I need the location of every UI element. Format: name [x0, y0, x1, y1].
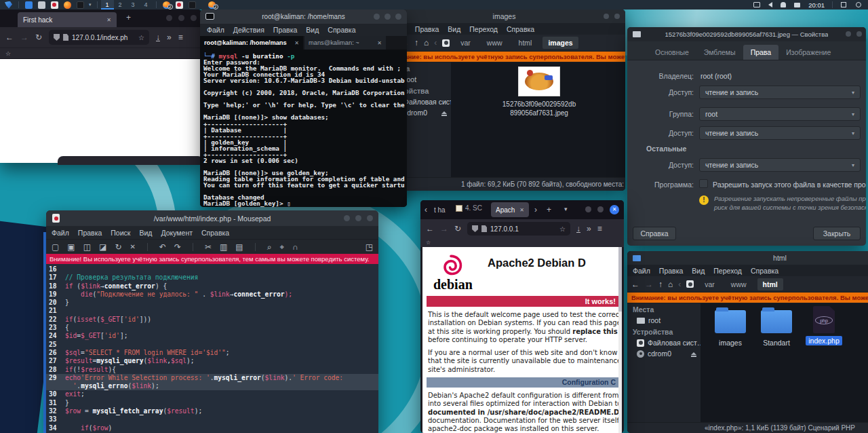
copy-icon[interactable]: ▥	[220, 242, 227, 252]
network-icon[interactable]	[794, 3, 800, 7]
minimize-button[interactable]	[585, 206, 591, 212]
download-icon[interactable]: ↓	[156, 34, 160, 41]
maximize-button[interactable]	[355, 215, 361, 221]
menu-item[interactable]: Поиск	[111, 229, 130, 237]
ff2-tab-partial[interactable]: t ha	[434, 206, 452, 214]
menu-item[interactable]: Переход	[713, 267, 742, 275]
menu-item[interactable]: Документ	[161, 229, 193, 237]
filesystem-icon[interactable]	[442, 39, 450, 47]
package-icon[interactable]	[841, 2, 846, 7]
workspace-4[interactable]: 4	[140, 0, 153, 10]
eject-icon[interactable]	[691, 352, 696, 355]
tab-list-icon[interactable]: ▾	[564, 206, 568, 212]
back-icon[interactable]: ←	[426, 224, 434, 233]
workspace-2[interactable]: 2	[114, 0, 127, 10]
close-button[interactable]	[191, 15, 197, 21]
up-icon[interactable]: ↑	[414, 38, 418, 48]
maximize-button[interactable]	[384, 14, 391, 20]
tab-emblems[interactable]: Эмблемы	[696, 45, 743, 60]
forward-icon[interactable]: →	[20, 33, 28, 42]
menu-item[interactable]: Действия	[233, 26, 264, 34]
fm1-title-bar[interactable]: images	[383, 10, 625, 23]
menu-item[interactable]: Правка	[78, 229, 102, 237]
up-icon[interactable]: ↑	[658, 280, 663, 289]
crumb-collapse-icon[interactable]: ‹	[434, 38, 437, 48]
tab-scroll-left-icon[interactable]: ‹	[425, 205, 427, 214]
close-button[interactable]	[367, 215, 373, 221]
close-button[interactable]	[614, 14, 620, 19]
clock[interactable]: 20:01	[808, 1, 825, 9]
image-file-name[interactable]: 15276b3f09e0029592db899056af7631.jpeg	[502, 100, 576, 117]
ff2-tab-active[interactable]: Apach ✕	[491, 202, 529, 217]
close-icon[interactable]: ✕	[519, 207, 524, 213]
menu-item[interactable]: Вид	[306, 26, 319, 34]
terminal-tab-inactive[interactable]: mans@kaliman: ~ ✕	[304, 36, 386, 50]
launcher-mousepad-icon[interactable]	[51, 1, 58, 9]
menu-item[interactable]: Файл	[207, 26, 224, 34]
ff1-page-content[interactable]	[0, 59, 202, 163]
breadcrumb-www[interactable]: www	[481, 37, 508, 49]
forward-icon[interactable]: →	[440, 224, 448, 233]
eject-icon[interactable]	[441, 111, 447, 114]
sidebar-item-root[interactable]: root	[627, 315, 701, 326]
fm2-file-view[interactable]: images Standart php index.php	[701, 303, 868, 422]
close-icon[interactable]: ✕	[106, 17, 111, 23]
undo-icon[interactable]: ↶	[159, 242, 166, 252]
close-button[interactable]: ✕	[610, 205, 619, 214]
breadcrumb-html[interactable]: html	[513, 37, 538, 49]
menu-item[interactable]: Вид	[448, 25, 460, 33]
shield-icon[interactable]	[54, 34, 60, 41]
save-as-icon[interactable]: ◪	[99, 242, 106, 252]
folder-item-standart[interactable]: Standart	[756, 310, 797, 347]
image-file-item[interactable]: 15276b3f09e0029592db899056af7631.jpeg	[498, 67, 580, 117]
others-access-dropdown[interactable]: чтение и запись▾	[699, 158, 861, 172]
menu-item[interactable]: Вид	[692, 267, 705, 275]
menu-item[interactable]: Справка	[507, 25, 534, 33]
mp-editor[interactable]: 16 17// Проверка результата подключения1…	[46, 264, 378, 433]
home-icon[interactable]: ⌂	[424, 38, 429, 48]
page-scrollbar-thumb[interactable]	[618, 247, 622, 312]
tab-basic[interactable]: Основные	[648, 45, 696, 60]
file-label-selected[interactable]: index.php	[806, 336, 842, 345]
taskbar-firefox-icon[interactable]: 2	[163, 1, 170, 9]
app-menu-icon[interactable]: ≡	[178, 33, 183, 42]
bookmark-icon[interactable]: ☆	[426, 240, 431, 246]
redo-icon[interactable]: ↷	[174, 242, 181, 252]
breadcrumb-www[interactable]: www	[726, 278, 752, 290]
ff2-url-bar[interactable]: 127.0.0.1 ☆	[467, 222, 570, 236]
menu-item[interactable]: Вид	[139, 229, 152, 237]
launcher-terminal-icon[interactable]	[77, 1, 84, 9]
folder-label[interactable]: images	[710, 339, 751, 347]
app-menu-icon[interactable]: ≡	[597, 224, 602, 233]
menu-item[interactable]: Правка	[415, 25, 439, 33]
launcher-files-icon[interactable]	[38, 1, 45, 9]
breadcrumb-images[interactable]: images	[542, 37, 578, 49]
group-dropdown[interactable]: root▾	[699, 107, 861, 121]
back-icon[interactable]: ←	[5, 33, 14, 42]
open-file-icon[interactable]: ▣	[67, 242, 75, 252]
breadcrumb-var[interactable]: var	[699, 278, 720, 290]
maximize-button[interactable]	[846, 31, 851, 37]
program-checkbox-label[interactable]: Разрешить запуск этого файла в качестве …	[713, 181, 866, 189]
ff1-url-bar[interactable]: 127.0.0.1/index.ph ☆	[49, 30, 149, 45]
maximize-button[interactable]	[178, 15, 184, 21]
breadcrumb-var[interactable]: var	[455, 37, 476, 49]
workspace-1[interactable]: 1	[101, 0, 114, 10]
taskbar-terminal-icon[interactable]	[189, 1, 196, 9]
search-replace-icon[interactable]: ⌖	[279, 242, 284, 252]
owner-access-dropdown[interactable]: чтение и запись▾	[699, 86, 861, 99]
bookmark-icon[interactable]: ☆	[5, 50, 11, 57]
group-access-dropdown[interactable]: чтение и запись▾	[699, 126, 861, 140]
menu-item[interactable]: Справка	[201, 229, 229, 237]
folder-item-images[interactable]: images	[710, 310, 751, 347]
new-document-icon[interactable]: ▢	[52, 242, 59, 252]
launcher-window-icon[interactable]	[25, 1, 33, 9]
tab-image[interactable]: Изображение	[778, 45, 838, 60]
maximize-button[interactable]	[597, 206, 604, 212]
reload-icon[interactable]: ↻	[454, 224, 461, 233]
program-checkbox[interactable]	[699, 179, 708, 188]
cut-icon[interactable]: ✂	[205, 242, 212, 252]
save-icon[interactable]: ◫	[83, 242, 91, 252]
new-tab-button[interactable]: +	[126, 13, 131, 22]
close-icon[interactable]: ✕	[377, 40, 382, 46]
